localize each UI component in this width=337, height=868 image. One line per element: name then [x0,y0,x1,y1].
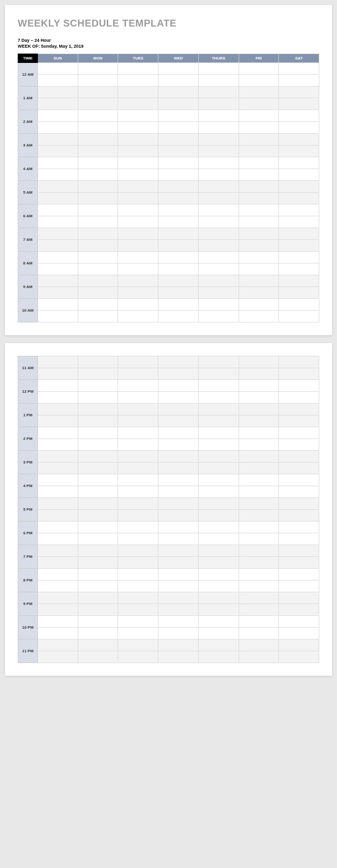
schedule-cell[interactable] [38,263,78,275]
schedule-cell[interactable] [38,287,78,299]
schedule-cell[interactable] [158,427,199,439]
schedule-cell[interactable] [239,474,279,486]
schedule-cell[interactable] [38,392,78,404]
schedule-cell[interactable] [239,122,279,134]
schedule-cell[interactable] [118,498,158,510]
schedule-cell[interactable] [239,252,279,263]
schedule-cell[interactable] [78,639,118,651]
schedule-cell[interactable] [38,181,78,193]
schedule-cell[interactable] [239,439,279,451]
schedule-cell[interactable] [78,404,118,415]
schedule-cell[interactable] [158,240,199,252]
schedule-cell[interactable] [118,216,158,228]
schedule-cell[interactable] [38,193,78,204]
schedule-cell[interactable] [118,75,158,87]
schedule-cell[interactable] [158,311,199,322]
schedule-cell[interactable] [158,415,199,427]
schedule-cell[interactable] [38,474,78,486]
schedule-cell[interactable] [279,98,319,110]
schedule-cell[interactable] [118,404,158,415]
schedule-cell[interactable] [38,498,78,510]
schedule-cell[interactable] [78,380,118,392]
schedule-cell[interactable] [158,510,199,521]
schedule-cell[interactable] [78,533,118,545]
schedule-cell[interactable] [198,263,239,275]
schedule-cell[interactable] [158,228,199,240]
schedule-cell[interactable] [239,639,279,651]
schedule-cell[interactable] [158,145,199,157]
schedule-cell[interactable] [158,474,199,486]
schedule-cell[interactable] [78,580,118,592]
schedule-cell[interactable] [198,521,239,533]
schedule-cell[interactable] [118,311,158,322]
schedule-cell[interactable] [38,415,78,427]
schedule-cell[interactable] [78,87,118,98]
schedule-cell[interactable] [239,228,279,240]
schedule-cell[interactable] [198,498,239,510]
schedule-cell[interactable] [198,157,239,169]
schedule-cell[interactable] [279,134,319,145]
schedule-cell[interactable] [78,98,118,110]
schedule-cell[interactable] [279,75,319,87]
schedule-cell[interactable] [198,604,239,616]
schedule-cell[interactable] [158,404,199,415]
schedule-cell[interactable] [158,580,199,592]
schedule-cell[interactable] [158,521,199,533]
schedule-cell[interactable] [279,216,319,228]
schedule-cell[interactable] [239,451,279,463]
schedule-cell[interactable] [38,228,78,240]
schedule-cell[interactable] [118,592,158,604]
schedule-cell[interactable] [38,463,78,474]
schedule-cell[interactable] [279,510,319,521]
schedule-cell[interactable] [198,486,239,498]
schedule-cell[interactable] [118,474,158,486]
schedule-cell[interactable] [78,75,118,87]
schedule-cell[interactable] [38,439,78,451]
schedule-cell[interactable] [158,356,199,368]
schedule-cell[interactable] [118,510,158,521]
schedule-cell[interactable] [118,193,158,204]
schedule-cell[interactable] [118,380,158,392]
schedule-cell[interactable] [239,569,279,580]
schedule-cell[interactable] [118,451,158,463]
schedule-cell[interactable] [38,451,78,463]
schedule-cell[interactable] [78,486,118,498]
schedule-cell[interactable] [118,356,158,368]
schedule-cell[interactable] [38,533,78,545]
schedule-cell[interactable] [239,368,279,380]
schedule-cell[interactable] [158,628,199,639]
schedule-cell[interactable] [118,569,158,580]
schedule-cell[interactable] [118,392,158,404]
schedule-cell[interactable] [279,356,319,368]
schedule-cell[interactable] [239,98,279,110]
schedule-cell[interactable] [78,181,118,193]
schedule-cell[interactable] [158,498,199,510]
schedule-cell[interactable] [78,216,118,228]
schedule-cell[interactable] [239,628,279,639]
schedule-cell[interactable] [38,145,78,157]
schedule-cell[interactable] [38,486,78,498]
schedule-cell[interactable] [239,275,279,287]
schedule-cell[interactable] [118,463,158,474]
schedule-cell[interactable] [38,75,78,87]
schedule-cell[interactable] [118,228,158,240]
schedule-cell[interactable] [118,616,158,628]
schedule-cell[interactable] [239,616,279,628]
schedule-cell[interactable] [118,439,158,451]
schedule-cell[interactable] [78,557,118,569]
schedule-cell[interactable] [279,193,319,204]
schedule-cell[interactable] [198,415,239,427]
schedule-cell[interactable] [158,557,199,569]
schedule-cell[interactable] [279,299,319,311]
schedule-cell[interactable] [198,569,239,580]
schedule-cell[interactable] [158,533,199,545]
schedule-cell[interactable] [158,216,199,228]
schedule-cell[interactable] [279,157,319,169]
schedule-cell[interactable] [78,415,118,427]
schedule-cell[interactable] [158,87,199,98]
schedule-cell[interactable] [38,651,78,663]
schedule-cell[interactable] [198,145,239,157]
schedule-cell[interactable] [279,240,319,252]
schedule-cell[interactable] [239,463,279,474]
schedule-cell[interactable] [239,216,279,228]
